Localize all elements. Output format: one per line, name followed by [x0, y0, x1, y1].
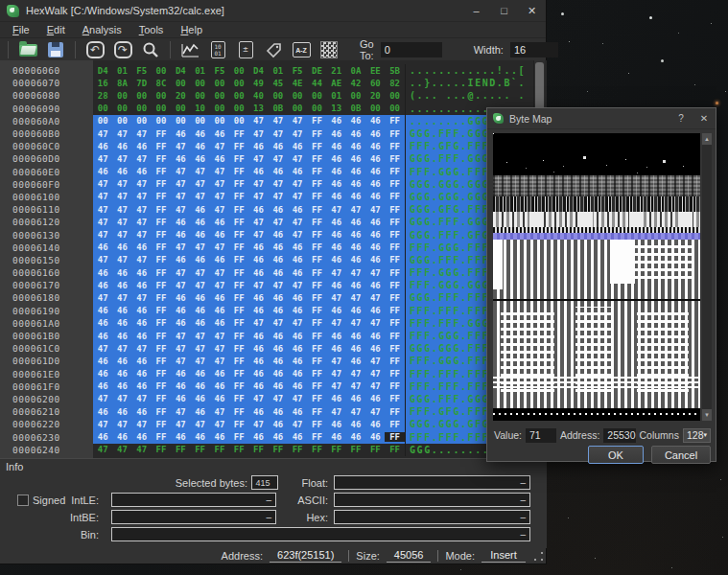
byte-cell[interactable]: FF: [385, 218, 404, 227]
byte-cell[interactable]: 46: [269, 306, 288, 315]
byte-cell[interactable]: 46: [288, 407, 307, 417]
byte-cell[interactable]: 00: [385, 104, 404, 113]
byte-cell[interactable]: 60: [365, 79, 385, 88]
byte-cell[interactable]: 46: [269, 420, 288, 429]
byte-cell[interactable]: 47: [210, 268, 229, 278]
byte-cell[interactable]: FF: [385, 116, 404, 126]
byte-cell[interactable]: FF: [171, 445, 190, 454]
signed-checkbox[interactable]: [17, 494, 29, 506]
byte-cell[interactable]: 47: [132, 154, 152, 164]
byte-cell[interactable]: 47: [327, 369, 346, 379]
byte-cell[interactable]: 47: [171, 142, 190, 151]
byte-cell[interactable]: FF: [229, 218, 248, 227]
byte-cell[interactable]: FF: [152, 192, 171, 201]
byte-cell[interactable]: 47: [248, 394, 268, 403]
byte-map-canvas[interactable]: [493, 133, 700, 421]
byte-cell[interactable]: 00: [132, 116, 152, 126]
byte-cell[interactable]: 47: [132, 179, 152, 189]
byte-cell[interactable]: 46: [327, 394, 346, 403]
byte-cell[interactable]: 47: [93, 445, 112, 454]
byte-cell[interactable]: FF: [229, 344, 248, 354]
byte-cell[interactable]: FF: [229, 445, 248, 454]
byte-cell[interactable]: FF: [269, 445, 288, 454]
byte-cell[interactable]: FF: [307, 344, 326, 354]
byte-cell[interactable]: 46: [210, 369, 229, 379]
byte-cell[interactable]: F5: [132, 66, 152, 76]
byte-cell[interactable]: FF: [385, 242, 404, 252]
byte-cell[interactable]: 46: [346, 344, 365, 354]
byte-cell[interactable]: FF: [385, 255, 404, 264]
byte-cell[interactable]: 49: [248, 79, 268, 88]
byte-cell[interactable]: 46: [93, 142, 112, 151]
byte-cell[interactable]: FF: [190, 445, 209, 454]
byte-cell[interactable]: 46: [288, 142, 307, 151]
byte-cell[interactable]: FF: [385, 192, 404, 201]
byte-cell[interactable]: 46: [93, 356, 112, 366]
menu-tools[interactable]: Tools: [130, 22, 173, 37]
byte-cell[interactable]: 47: [288, 179, 307, 189]
byte-cell[interactable]: 01: [190, 66, 209, 76]
byte-cell[interactable]: 46: [190, 394, 209, 403]
byte-cell[interactable]: 46: [269, 167, 288, 176]
byte-cell[interactable]: 46: [288, 381, 307, 391]
byte-cell[interactable]: 46: [288, 167, 307, 176]
byte-cell[interactable]: 47: [190, 192, 209, 201]
byte-cell[interactable]: 46: [132, 268, 152, 278]
byte-cell[interactable]: FF: [307, 432, 326, 442]
row-ascii[interactable]: (... ...@..... .: [405, 89, 531, 102]
minimize-button[interactable]: –: [462, 1, 490, 21]
byte-cell[interactable]: 47: [269, 281, 288, 290]
byte-cell[interactable]: 46: [288, 332, 307, 341]
byte-cell[interactable]: 00: [152, 116, 171, 126]
byte-cell[interactable]: 47: [210, 192, 229, 201]
byte-cell[interactable]: FF: [385, 420, 404, 429]
byte-cell[interactable]: 46: [269, 230, 288, 240]
byte-cell[interactable]: 46: [327, 154, 346, 164]
byte-cell[interactable]: 46: [288, 356, 307, 366]
byte-cell[interactable]: FF: [307, 332, 326, 341]
byte-cell[interactable]: 00: [152, 104, 171, 113]
byte-cell[interactable]: 00: [171, 116, 190, 126]
byte-cell[interactable]: FF: [229, 205, 248, 215]
byte-cell[interactable]: FF: [385, 394, 404, 403]
byte-cell[interactable]: 47: [190, 179, 209, 189]
byte-cell[interactable]: FF: [229, 356, 248, 366]
byte-cell[interactable]: 47: [248, 230, 268, 240]
byte-cell[interactable]: 47: [190, 167, 209, 176]
byte-cell[interactable]: FF: [229, 369, 248, 379]
menu-analysis[interactable]: Analysis: [74, 22, 130, 37]
byte-cell[interactable]: 46: [365, 242, 385, 252]
byte-cell[interactable]: 47: [327, 318, 346, 328]
dialog-help-button[interactable]: ?: [669, 109, 693, 128]
byte-cell[interactable]: 4E: [288, 79, 307, 88]
byte-cell[interactable]: FF: [152, 293, 171, 303]
byte-cell[interactable]: 46: [93, 242, 112, 252]
byte-cell[interactable]: 47: [93, 394, 112, 403]
byte-cell[interactable]: FF: [385, 230, 404, 240]
byte-cell[interactable]: 47: [365, 268, 385, 278]
byte-cell[interactable]: 47: [210, 205, 229, 215]
byte-cell[interactable]: 47: [248, 116, 268, 126]
byte-cell[interactable]: 47: [93, 420, 112, 429]
byte-cell[interactable]: 47: [132, 420, 152, 429]
byte-cell[interactable]: 46: [365, 281, 385, 290]
byte-cell[interactable]: 46: [190, 293, 209, 303]
byte-cell[interactable]: 46: [346, 167, 365, 176]
byte-cell[interactable]: FF: [229, 179, 248, 189]
byte-cell[interactable]: 47: [288, 116, 307, 126]
byte-cell[interactable]: 00: [288, 104, 307, 113]
close-button[interactable]: ✕: [518, 1, 546, 21]
byte-cell[interactable]: FF: [152, 407, 171, 417]
byte-cell[interactable]: 46: [327, 281, 346, 290]
byte-cell[interactable]: FF: [152, 394, 171, 403]
byte-cell[interactable]: 46: [171, 318, 190, 328]
byte-cell[interactable]: 47: [132, 230, 152, 240]
byte-cell[interactable]: 47: [365, 356, 385, 366]
byte-cell[interactable]: 47: [269, 192, 288, 201]
byte-cell[interactable]: 46: [190, 205, 209, 215]
byte-cell[interactable]: FF: [152, 154, 171, 164]
byte-cell[interactable]: 47: [171, 179, 190, 189]
byte-cell[interactable]: 47: [190, 356, 209, 366]
byte-cell[interactable]: 47: [288, 394, 307, 403]
byte-cell[interactable]: 20: [365, 91, 385, 101]
